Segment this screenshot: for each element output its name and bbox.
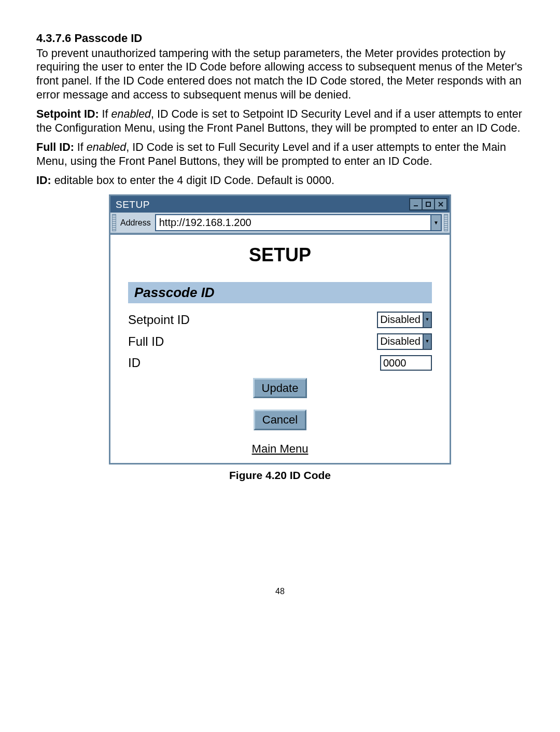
- section-title: Passcode ID: [74, 32, 142, 45]
- close-icon[interactable]: [434, 198, 447, 210]
- window-title: SETUP: [116, 199, 150, 211]
- page-heading: SETUP: [113, 243, 447, 266]
- chevron-down-icon: ▼: [423, 313, 431, 327]
- id-paragraph: ID: editable box to enter the 4 digit ID…: [36, 174, 524, 188]
- id-rest: editable box to enter the 4 digit ID Cod…: [54, 174, 334, 187]
- id-input[interactable]: 0000: [380, 355, 432, 371]
- fullid-term: Full ID:: [36, 141, 74, 153]
- minimize-icon[interactable]: [409, 198, 423, 210]
- address-label: Address: [118, 214, 153, 231]
- address-bar: Address http://192.168.1.200 ▼: [110, 213, 450, 234]
- setpoint-if: If: [102, 108, 111, 120]
- main-menu-link[interactable]: Main Menu: [252, 442, 309, 456]
- full-id-value: Disabled: [378, 334, 423, 349]
- address-field-wrap: http://192.168.1.200 ▼: [155, 214, 442, 231]
- section-heading: 4.3.7.6 Passcode ID: [36, 31, 524, 46]
- fullid-paragraph: Full ID: If enabled, ID Code is set to F…: [36, 140, 524, 168]
- fullid-enabled: enabled: [87, 141, 127, 153]
- toolbar-grip-icon: [112, 214, 116, 231]
- svg-rect-0: [414, 205, 418, 206]
- full-id-select[interactable]: Disabled ▼: [377, 333, 432, 350]
- window-controls: [410, 198, 447, 210]
- panel-heading: Passcode ID: [128, 282, 432, 303]
- client-area: SETUP Passcode ID Setpoint ID Disabled ▼…: [110, 234, 450, 463]
- fullid-if: If: [77, 141, 87, 153]
- setpoint-paragraph: Setpoint ID: If enabled, ID Code is set …: [36, 107, 524, 135]
- setpoint-term: Setpoint ID:: [36, 108, 99, 120]
- row-full-id: Full ID Disabled ▼: [128, 333, 432, 350]
- maximize-icon[interactable]: [422, 198, 435, 210]
- address-dropdown-icon[interactable]: ▼: [430, 214, 442, 231]
- figure-caption: Figure 4.20 ID Code: [36, 469, 524, 482]
- svg-rect-1: [426, 202, 430, 206]
- id-label: ID: [128, 355, 141, 371]
- chevron-down-icon: ▼: [423, 334, 431, 349]
- form-rows: Setpoint ID Disabled ▼ Full ID Disabled …: [128, 312, 432, 371]
- row-id: ID 0000: [128, 355, 432, 371]
- id-term: ID:: [36, 174, 51, 187]
- address-input[interactable]: http://192.168.1.200: [155, 214, 430, 231]
- setpoint-enabled: enabled: [111, 108, 151, 120]
- cancel-button[interactable]: Cancel: [254, 410, 306, 430]
- intro-paragraph: To prevent unauthorized tampering with t…: [36, 47, 524, 103]
- toolbar-grip-icon: [444, 214, 448, 231]
- update-button[interactable]: Update: [253, 378, 307, 399]
- setpoint-id-label: Setpoint ID: [128, 312, 190, 328]
- setpoint-id-value: Disabled: [378, 313, 423, 327]
- full-id-label: Full ID: [128, 334, 164, 349]
- setup-window-figure: SETUP Address http://192.168.1.200 ▼: [109, 194, 451, 464]
- button-stack: Update Cancel Main Menu: [113, 378, 447, 456]
- page-number: 48: [36, 586, 524, 597]
- setup-window: SETUP Address http://192.168.1.200 ▼: [109, 194, 451, 464]
- section-number: 4.3.7.6: [36, 32, 71, 45]
- setpoint-id-select[interactable]: Disabled ▼: [377, 312, 432, 328]
- row-setpoint-id: Setpoint ID Disabled ▼: [128, 312, 432, 328]
- titlebar: SETUP: [110, 196, 450, 213]
